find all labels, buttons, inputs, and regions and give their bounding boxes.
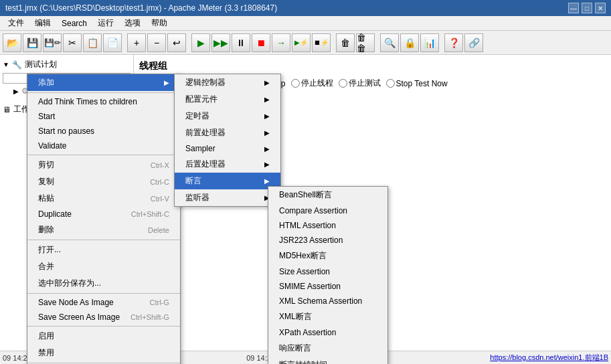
ctx-sep-6	[27, 363, 180, 363]
ssl-button[interactable]: 🔒	[400, 33, 419, 52]
ctx-enable[interactable]: 启用	[27, 328, 180, 345]
remove-button[interactable]: −	[147, 33, 166, 52]
maximize-button[interactable]: □	[582, 3, 592, 13]
assertion-duration[interactable]: 断言持续时间	[268, 357, 387, 364]
stop-button[interactable]: ⏹	[252, 33, 270, 52]
close-button[interactable]: ✕	[595, 3, 606, 13]
node-expand-icon: ▶	[13, 88, 19, 95]
submenu-sampler[interactable]: Sampler	[175, 141, 280, 156]
title-text: test1.jmx (C:\Users\RSD\Desktop\test1.jm…	[5, 3, 277, 13]
toolbar: 📂 💾 💾✏ ✂ 📋 📄 + − ↩ ▶ ▶▶ ⏸ ⏹ → ▶⚡ ⏹⚡ 🗑 🗑🗑…	[0, 31, 611, 55]
assertion-md5hex[interactable]: MD5Hex断言	[268, 248, 387, 264]
ctx-save-node-image[interactable]: Save Node As Image Ctrl-G	[27, 295, 180, 310]
ctx-sep-4	[27, 293, 180, 294]
test-plan-label: 测试计划	[25, 59, 57, 70]
context-menu: 添加 Add Think Times to children Start Sta…	[27, 74, 181, 364]
link-button[interactable]: 🔗	[464, 33, 483, 52]
ctx-duplicate[interactable]: Duplicate Ctrl+Shift-C	[27, 207, 180, 221]
ctx-sep-1	[27, 92, 180, 93]
ctx-sep-2	[27, 155, 180, 155]
menu-run[interactable]: 运行	[92, 16, 119, 30]
ctx-validate[interactable]: Validate	[27, 139, 180, 153]
run-button[interactable]: ▶	[191, 33, 210, 52]
ctx-add[interactable]: 添加	[27, 74, 180, 91]
menu-edit[interactable]: 编辑	[29, 16, 56, 30]
menu-options[interactable]: 选项	[119, 16, 146, 30]
assertion-xml-schema[interactable]: XML Schema Assertion	[268, 294, 387, 308]
menu-file[interactable]: 文件	[3, 16, 29, 30]
submenu-timer[interactable]: 定时器	[175, 108, 280, 124]
submenu-logic-ctrl[interactable]: 逻辑控制器	[175, 74, 280, 91]
assertion-beanshell[interactable]: BeanShell断言	[268, 187, 387, 203]
radio-stop-test-input[interactable]	[339, 79, 347, 88]
save-button[interactable]: 💾	[23, 33, 41, 52]
radio-stop-test-now-input[interactable]	[386, 79, 395, 88]
ctx-delete[interactable]: 删除 Delete	[27, 221, 180, 238]
remote-start-button[interactable]: ▶⚡	[292, 33, 311, 52]
titlebar-controls: — □ ✕	[568, 3, 606, 13]
run-no-pause-button[interactable]: ▶▶	[211, 33, 230, 52]
radio-stop-test-now-label: Stop Test Now	[396, 79, 448, 88]
help-button[interactable]: ❓	[444, 33, 463, 52]
menu-help[interactable]: 帮助	[146, 16, 173, 30]
assertion-compare[interactable]: Compare Assertion	[268, 203, 387, 218]
radio-stop-thread: 停止线程	[291, 78, 333, 89]
ctx-paste[interactable]: 粘贴 Ctrl-V	[27, 190, 180, 207]
paste-button[interactable]: 📄	[103, 33, 122, 52]
add-submenu: 逻辑控制器 配置元件 定时器 前置处理器 Sampler 后置处理器 断言 监听…	[174, 74, 281, 207]
ctx-copy[interactable]: 复制 Ctrl-C	[27, 173, 180, 190]
menubar: 文件 编辑 Search 运行 选项 帮助	[0, 16, 611, 31]
ctx-add-think-times[interactable]: Add Think Times to children	[27, 94, 180, 109]
statusbar-link[interactable]: https://blog.csdn.net/weixin1.前端1B	[490, 353, 608, 363]
undo-button[interactable]: ↩	[167, 33, 186, 52]
search-button[interactable]: 🔍	[380, 33, 399, 52]
assertion-submenu: BeanShell断言 Compare Assertion HTML Asser…	[268, 186, 388, 364]
radio-stop-thread-label: 停止线程	[301, 78, 333, 89]
clear-all-button[interactable]: 🗑🗑	[356, 33, 375, 52]
menu-search[interactable]: Search	[56, 17, 92, 29]
ctx-disable[interactable]: 禁用	[27, 345, 180, 361]
radio-stop-thread-input[interactable]	[291, 79, 300, 88]
thread-group-title: 线程组	[139, 60, 606, 72]
radio-stop-test-label: 停止测试	[349, 78, 381, 89]
assertion-html[interactable]: HTML Assertion	[268, 218, 387, 233]
next-button[interactable]: →	[272, 33, 290, 52]
assertion-size[interactable]: Size Assertion	[268, 264, 387, 279]
assertion-jsr223[interactable]: JSR223 Assertion	[268, 233, 387, 248]
ctx-save-selection[interactable]: 选中部分保存为...	[27, 275, 180, 292]
titlebar: test1.jmx (C:\Users\RSD\Desktop\test1.jm…	[0, 0, 611, 16]
open-button[interactable]: 📂	[3, 33, 21, 52]
submenu-post-processor[interactable]: 后置处理器	[175, 156, 280, 173]
submenu-config[interactable]: 配置元件	[175, 91, 280, 108]
ctx-start[interactable]: Start	[27, 109, 180, 124]
ctx-save-screen-image[interactable]: Save Screen As Image Ctrl+Shift-G	[27, 310, 180, 325]
remote-stop-button[interactable]: ⏹⚡	[312, 33, 331, 52]
assertion-xml[interactable]: XML断言	[268, 308, 387, 325]
main-area: ▼ 🔧 测试计划 🔍 ▶ ⚙ test 🖥 工作台 线程组 继续 继续	[0, 55, 611, 364]
ctx-start-no-pause[interactable]: Start no pauses	[27, 124, 180, 139]
copy-button[interactable]: 📋	[83, 33, 102, 52]
add-button[interactable]: +	[127, 33, 146, 52]
ctx-sep-5	[27, 326, 180, 327]
radio-stop-test-now: Stop Test Now	[386, 79, 448, 88]
save-as-button[interactable]: 💾✏	[43, 33, 62, 52]
template-button[interactable]: 📊	[420, 33, 439, 52]
test-plan-root: ▼ 🔧 测试计划	[3, 58, 130, 72]
ctx-sep-3	[27, 240, 180, 240]
submenu-pre-processor[interactable]: 前置处理器	[175, 124, 280, 141]
ctx-cut[interactable]: 剪切 Ctrl-X	[27, 157, 180, 173]
workbench-icon: 🖥	[3, 105, 11, 114]
ctx-open[interactable]: 打开...	[27, 242, 180, 258]
ctx-merge[interactable]: 合并	[27, 258, 180, 275]
cut-button[interactable]: ✂	[63, 33, 82, 52]
submenu-listener[interactable]: 监听器	[175, 189, 280, 206]
assertion-xpath[interactable]: XPath Assertion	[268, 325, 387, 340]
submenu-assertion[interactable]: 断言	[175, 173, 280, 189]
minimize-button[interactable]: —	[568, 3, 579, 13]
pause-button[interactable]: ⏸	[232, 33, 250, 52]
assertion-smime[interactable]: SMIME Assertion	[268, 279, 387, 294]
radio-stop-test: 停止测试	[339, 78, 381, 89]
assertion-response[interactable]: 响应断言	[268, 340, 387, 357]
expand-icon: ▼	[3, 61, 9, 68]
clear-button[interactable]: 🗑	[336, 33, 355, 52]
